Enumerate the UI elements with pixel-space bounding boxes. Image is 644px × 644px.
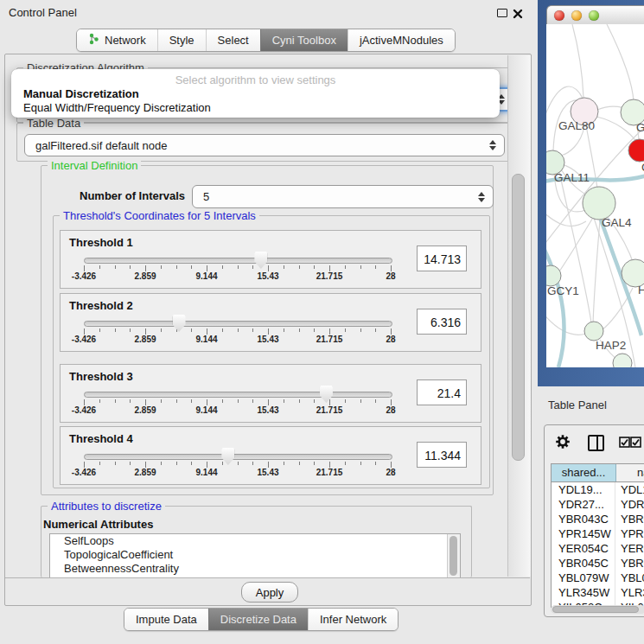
slider-tick <box>314 462 315 465</box>
slider-tick <box>84 462 85 468</box>
threshold-1-value-field[interactable]: 14.713 <box>417 245 467 271</box>
attribute-list-item[interactable]: SelfLoops <box>50 534 460 548</box>
threshold-1-slider-thumb[interactable] <box>254 252 267 269</box>
table-column-header-na[interactable]: na <box>616 464 644 481</box>
table-cell[interactable]: YDL1 <box>615 482 644 497</box>
slider-tick <box>207 328 207 335</box>
table-cell[interactable]: YBR045C <box>552 556 615 571</box>
table-cell[interactable]: YLR345W <box>552 585 615 600</box>
dropdown-option-manual-discretization[interactable]: Manual Discretization <box>14 87 497 101</box>
table-cell[interactable]: YPR145W <box>552 526 615 541</box>
float-window-icon[interactable] <box>497 9 507 17</box>
table-row[interactable]: YDL19...YDL1 <box>552 482 644 497</box>
slider-tick <box>268 328 269 335</box>
list-scrollbar-thumb[interactable] <box>450 536 457 576</box>
settings-gear-icon[interactable] <box>555 434 571 453</box>
checkbox-icon[interactable] <box>630 436 641 451</box>
threshold-4-value-field[interactable]: 11.344 <box>417 442 467 468</box>
table-row[interactable]: YBR043CYBR0 <box>552 512 644 526</box>
column-layout-icon[interactable] <box>588 435 604 451</box>
table-row[interactable]: YBL079WYBL0 <box>552 571 644 585</box>
bottom-tab-bar: Impute DataDiscretize DataInfer Network <box>124 608 399 631</box>
network-window-titlebar[interactable] <box>546 5 644 26</box>
attribute-list-item[interactable]: BetweennessCentrality <box>50 562 460 576</box>
network-view-canvas[interactable]: GAL80GAGAL11CGAL4GCY1HHAP2 <box>546 24 644 367</box>
slider-tick <box>238 265 239 269</box>
table-cell[interactable]: YLR3 <box>615 585 644 600</box>
table-row[interactable]: YER054CYER0 <box>552 541 644 556</box>
table-cell[interactable]: YBL0 <box>615 571 644 585</box>
table-hscrollbar[interactable] <box>551 605 644 614</box>
slider-track[interactable] <box>84 321 392 327</box>
tab-impute-data[interactable]: Impute Data <box>124 609 208 630</box>
network-node[interactable] <box>583 187 615 220</box>
tab-discretize-data[interactable]: Discretize Data <box>208 609 308 630</box>
tab-select[interactable]: Select <box>206 29 260 51</box>
apply-button[interactable]: Apply <box>241 582 298 603</box>
tab-label: Infer Network <box>320 613 386 626</box>
list-scrollbar[interactable] <box>447 534 460 577</box>
slider-tick <box>161 265 162 269</box>
table-cell[interactable]: YPR1 <box>615 526 644 541</box>
table-cell[interactable]: YBR0 <box>615 512 644 526</box>
slider-tick <box>161 462 162 465</box>
threshold-3-slider-thumb[interactable] <box>320 386 333 403</box>
control-panel-tab-bar: NetworkStyleSelectCyni ToolboxjActiveMNo… <box>76 29 456 52</box>
network-node[interactable] <box>628 139 644 162</box>
tab-style[interactable]: Style <box>157 29 206 51</box>
number-of-intervals-combobox[interactable]: 5 <box>192 185 494 208</box>
settings-scrollbar-thumb[interactable] <box>512 174 525 461</box>
close-traffic-light-icon[interactable] <box>554 10 564 21</box>
table-cell[interactable]: YDR27... <box>552 497 615 512</box>
minimize-traffic-light-icon[interactable] <box>571 10 582 21</box>
attribute-list-item[interactable]: TopologicalCoefficient <box>50 548 460 562</box>
slider-tick <box>145 265 146 271</box>
table-data-combobox[interactable]: galFiltered.sif default node <box>24 134 505 156</box>
table-cell[interactable]: YDR2 <box>615 497 644 512</box>
table-row[interactable]: YBR045CYBR0 <box>552 556 644 571</box>
slider-tick <box>268 462 269 468</box>
table-cell[interactable]: YBR0 <box>615 556 644 571</box>
slider-track[interactable] <box>84 454 392 460</box>
table-column-header-shared[interactable]: shared... <box>552 464 616 481</box>
slider-track[interactable] <box>84 392 392 398</box>
node-table[interactable]: shared...na YDL19...YDL1YDR27...YDR2YBR0… <box>551 463 644 608</box>
table-row[interactable]: YPR145WYPR1 <box>552 526 644 541</box>
table-cell[interactable]: YER054C <box>552 541 615 556</box>
threshold-2-value-field[interactable]: 6.316 <box>417 309 467 335</box>
tab-cyni-toolbox[interactable]: Cyni Toolbox <box>260 29 348 51</box>
dropdown-option-equal-width-frequency-discretization[interactable]: Equal Width/Frequency Discretization <box>14 101 497 115</box>
slider-tick <box>222 462 223 465</box>
slider-track[interactable] <box>84 258 392 264</box>
threshold-4-slider-thumb[interactable] <box>221 448 234 465</box>
network-node[interactable] <box>613 354 632 367</box>
slider-tick <box>145 462 146 468</box>
threshold-3-value-field[interactable]: 21.4 <box>417 379 467 405</box>
tab-network[interactable]: Network <box>77 29 157 51</box>
slider-tick <box>115 265 116 269</box>
table-header-row[interactable]: shared...na <box>552 464 644 482</box>
zoom-traffic-light-icon[interactable] <box>589 10 599 21</box>
slider-tick <box>299 328 300 332</box>
table-cell[interactable]: YBR043C <box>552 512 615 526</box>
table-hscrollbar-thumb[interactable] <box>552 606 639 613</box>
table-cell[interactable]: YBL079W <box>552 571 615 585</box>
threshold-panel-4: Threshold 4-3.4262.8599.14415.4321.71528… <box>60 426 481 485</box>
thresholds-group: Threshold's Coordinates for 5 Intervals … <box>53 215 490 488</box>
tab-infer-network[interactable]: Infer Network <box>308 609 398 630</box>
slider-tick <box>375 328 376 332</box>
tab-jactivemnodules[interactable]: jActiveMNodules <box>348 29 455 51</box>
table-cell[interactable]: YDL19... <box>552 482 615 497</box>
network-node[interactable] <box>584 322 603 341</box>
network-edge <box>572 24 583 98</box>
threshold-2-slider-thumb[interactable] <box>173 315 186 332</box>
table-cell[interactable]: YER0 <box>615 541 644 556</box>
settings-scrollbar[interactable] <box>507 55 531 577</box>
slider-tick <box>207 462 207 468</box>
close-icon[interactable] <box>513 7 523 22</box>
table-row[interactable]: YLR345WYLR3 <box>552 585 644 600</box>
slider-tick <box>130 265 131 269</box>
table-row[interactable]: YDR27...YDR2 <box>552 497 644 512</box>
attributes-listbox[interactable]: SelfLoopsTopologicalCoefficientBetweenne… <box>49 533 461 578</box>
checkbox-icon[interactable] <box>619 436 630 451</box>
